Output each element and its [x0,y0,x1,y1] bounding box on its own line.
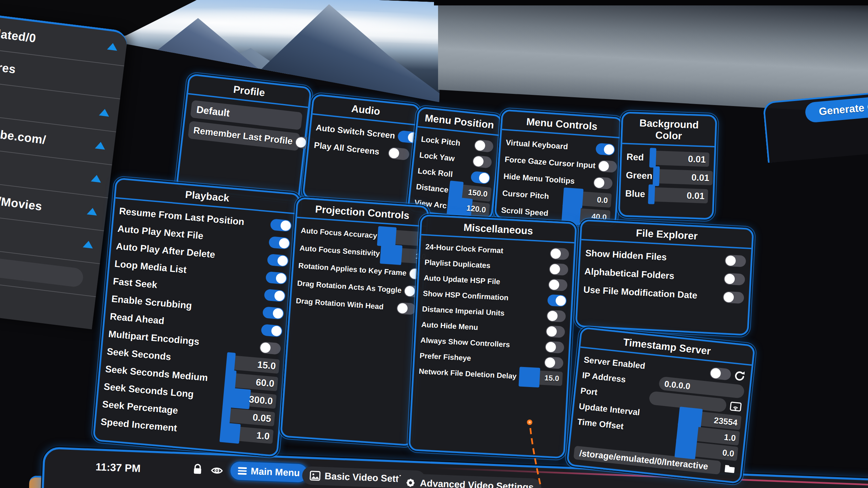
panel-projection-controls: Projection Controls Auto Focus Accuracy4… [280,197,430,446]
multipart-encodings-toggle[interactable] [259,342,281,355]
slider-value: 0.0 [722,447,735,458]
row-label: Play All Screens [314,140,386,157]
resume-from-last-position-toggle[interactable] [270,219,292,232]
row-blue: Blue0.01 [625,184,708,205]
toggle-knob [474,140,486,151]
hide-menu-tooltips-toggle[interactable] [593,177,613,189]
slider-value: 0.01 [687,190,705,202]
collapse-triangle-icon[interactable] [107,42,118,50]
collapse-triangle-icon[interactable] [87,207,98,216]
folder-icon[interactable] [723,462,736,475]
slider-fill [380,244,402,265]
speed-increment-slider[interactable]: 1.0 [222,425,274,444]
always-show-controllers-toggle[interactable] [545,341,565,353]
server-enabled-toggle[interactable] [709,367,731,381]
play-all-screens-toggle[interactable] [388,147,410,160]
toggle-knob [547,310,558,321]
row-label: Scroll Speed [501,205,561,219]
show-hsp-confirmation-toggle[interactable] [547,294,567,307]
prefer-fisheye-toggle[interactable] [544,357,564,369]
toggle-knob [604,144,614,155]
eye-icon[interactable] [211,466,223,475]
advanced-video-settings-label: Advanced Video Settings [420,478,534,488]
hamburger-icon [238,467,247,474]
seek-seconds-long-slider[interactable]: 300.0 [225,390,277,409]
row-label: Auto Focus Sensitivity [299,244,380,258]
fast-seek-toggle[interactable] [264,289,286,302]
24-hour-clock-format-toggle[interactable] [550,248,569,260]
drag-rotation-with-head-toggle[interactable] [396,302,416,315]
collapse-triangle-icon[interactable] [99,108,110,117]
slider-fill [219,422,241,444]
slider-value: 0.05 [252,412,272,425]
slider-fill [674,438,697,459]
view-arc-slider[interactable]: 120.0 [449,199,490,218]
slider-value: 60.0 [255,377,275,389]
panel-file-explorer: File Explorer Show Hidden FilesAlphabeti… [575,219,754,336]
sidebar-row-label: mulated/0 [0,25,37,45]
clock-time: 11:37 PM [95,461,141,475]
enable-scrubbing-toggle[interactable] [262,306,284,320]
row-label: Drag Rotation With Head [296,297,394,312]
panel-background-color: Background Color Red0.01Green0.01Blue0.0… [618,111,717,220]
row-label: Use File Modification Date [583,284,721,302]
panel-menu-controls: Menu Controls Virtual KeyboardForce Gaze… [494,109,624,227]
lock-roll-toggle[interactable] [470,171,490,184]
toggle-knob [273,308,284,319]
row-label: Lock Yaw [419,150,471,165]
green-slider[interactable]: 0.01 [655,169,713,185]
alphabetical-folders-toggle[interactable] [724,273,745,285]
row-label: Show Hidden Files [585,248,723,265]
toggle-knob [550,264,560,275]
collapse-triangle-icon[interactable] [95,141,106,149]
row-label: Distance [416,182,449,195]
row-green: Green0.01 [626,166,709,187]
panel-timestamp-server: Timestamp Server Server EnabledIP Addres… [566,327,755,484]
network-file-deletion-delay-slider[interactable]: 15.0 [521,370,563,386]
toggle-knob [598,161,609,171]
force-gaze-cursor-input-toggle[interactable] [598,160,617,173]
slider-value: 150.0 [468,188,488,199]
toggle-knob [725,255,736,266]
virtual-keyboard-toggle[interactable] [595,143,615,156]
lock-yaw-toggle[interactable] [472,155,492,168]
slider-value: 1.0 [256,430,270,442]
blue-slider[interactable]: 0.01 [650,187,708,203]
toggle-knob [279,238,290,249]
show-hidden-files-toggle[interactable] [725,255,746,267]
slider-value: 15.0 [544,373,559,383]
top-black-strip [434,0,868,5]
playlist-duplicates-toggle[interactable] [549,263,569,276]
lock-icon[interactable] [192,463,203,476]
lock-pitch-toggle[interactable] [474,139,494,152]
collapse-triangle-icon[interactable] [91,174,102,182]
toggle-knob [397,303,408,314]
toggle-knob [594,177,605,188]
toggle-knob [276,273,287,284]
distance-imperial-units-toggle[interactable] [547,310,566,322]
loop-media-list-toggle[interactable] [265,271,288,284]
slider-fill [649,148,656,168]
slider-value: 1.0 [724,432,736,443]
refresh-icon[interactable] [733,369,747,383]
advanced-video-settings-button[interactable]: Advanced Video Settings [397,473,541,488]
auto-play-after-delete-toggle[interactable] [267,254,289,267]
panel-audio: Audio Auto Switch ScreenPlay All Screens [302,94,421,209]
use-file-modification-date-toggle[interactable] [723,291,744,304]
auto-play-next-file-toggle[interactable] [269,236,291,249]
slider-fill [653,166,660,186]
collapse-triangle-icon[interactable] [83,240,94,248]
toggle-knob [389,148,400,159]
toggle-knob [549,280,559,290]
main-menu-label: Main Menu [251,466,300,479]
toggle-knob [724,273,735,284]
slider-value: 0.01 [688,154,706,165]
main-menu-button[interactable]: Main Menu [230,461,308,483]
auto-hide-menu-toggle[interactable] [546,325,565,338]
toggle-knob [723,292,734,303]
read-ahead-toggle[interactable] [261,324,283,337]
auto-update-hsp-file-toggle[interactable] [548,279,568,291]
toggle-knob [260,342,271,353]
cast-icon[interactable] [728,400,743,413]
red-slider[interactable]: 0.01 [651,150,709,167]
